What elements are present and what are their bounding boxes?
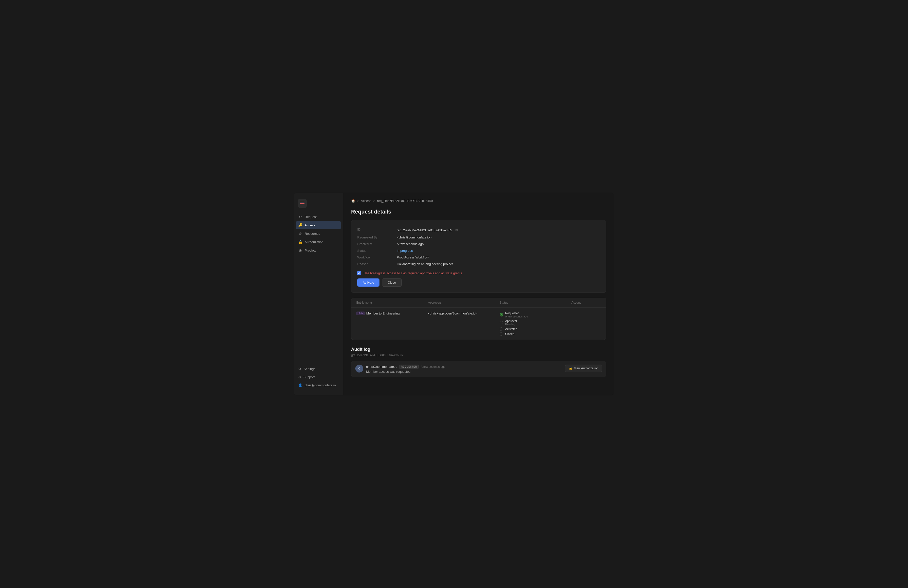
status-label-closed: Closed [505, 332, 514, 336]
status-step-info-activated: Activated [505, 327, 517, 331]
user-item: 👤 chris@commonfate.io [296, 382, 341, 389]
breakglass-checkbox[interactable] [357, 271, 361, 275]
request-icon: ↩ [298, 215, 302, 219]
status-dot-closed [500, 332, 503, 336]
status-label-activated: Activated [505, 327, 517, 331]
audit-message: Member access was requested [366, 370, 562, 374]
logo-bars [300, 202, 304, 205]
page-title: Request details [351, 209, 606, 215]
sidebar-logo [294, 197, 343, 213]
approvers-cell: <chris+approver@commonfate.io> [428, 311, 500, 315]
activate-button[interactable]: Activate [357, 279, 380, 287]
lock-icon: 🔒 [569, 367, 572, 370]
detail-value-requested-by: <chris@commonfate.io> [397, 235, 431, 239]
audit-entry: C chris@commonfate.io REQUESTER A few se… [351, 361, 606, 377]
detail-row-reason: Reason Collaborating on an engineering p… [357, 261, 600, 267]
okta-badge: okta [356, 311, 365, 315]
status-label-requested: Requested [505, 311, 528, 315]
view-authorization-button[interactable]: 🔒 View Authorization [565, 365, 602, 372]
status-label-approval: Approval [505, 319, 517, 323]
sidebar-item-access[interactable]: 🔑 Access [296, 221, 341, 229]
breadcrumb: 🏠 > Access > req_2ieeNMeZNldCH9dOEzA3lbk… [351, 199, 606, 203]
status-step-info-closed: Closed [505, 332, 514, 336]
status-dot-approval [500, 321, 503, 324]
breadcrumb-access-link[interactable]: Access [361, 199, 371, 203]
status-step-requested: ✓ Requested A few seconds ago [500, 311, 528, 318]
sidebar-item-label-authorization: Authorization [305, 240, 324, 244]
sidebar-item-support[interactable]: ⊙ Support [296, 373, 341, 381]
check-icon: ✓ [501, 314, 502, 316]
table-header: Entitlements Approvers Status Actions [351, 298, 606, 308]
detail-row-status: Status In progress [357, 247, 600, 254]
audit-time: A few seconds ago [421, 365, 446, 369]
authorization-icon: 🔒 [298, 240, 302, 244]
status-cell: ✓ Requested A few seconds ago Approval [500, 311, 572, 336]
app-window: ↩ Request 🔑 Access ⊙ Resources 🔒 Authori… [294, 193, 614, 395]
audit-log-title: Audit log [351, 347, 606, 352]
detail-row-created-at: Created at A few seconds ago [357, 241, 600, 247]
sidebar-item-authorization[interactable]: 🔒 Authorization [296, 238, 341, 246]
audit-log-section: Audit log gra_2ieeNNaGxMKlEsBXFKemki0fNN… [351, 347, 606, 377]
breadcrumb-sep-2: > [374, 199, 375, 203]
detail-value-created-at: A few seconds ago [397, 242, 423, 246]
status-dot-requested: ✓ [500, 313, 503, 316]
audit-log-grant-id: gra_2ieeNNaGxMKlEsBXFKemki0fNNY [351, 353, 606, 357]
sidebar-item-label-access: Access [305, 223, 315, 227]
sidebar-item-resources[interactable]: ⊙ Resources [296, 230, 341, 237]
preview-icon: ◉ [298, 248, 302, 252]
sidebar-item-label-resources: Resources [305, 232, 320, 235]
settings-icon: ⚙ [298, 367, 301, 371]
breadcrumb-request-id: req_2ieeNMeZNldCH9dOEzA3lbkc4Rc [377, 199, 433, 203]
col-header-status: Status [500, 301, 572, 304]
close-button[interactable]: Close [382, 279, 401, 287]
detail-label-requested-by: Requested By [357, 235, 397, 239]
logo-bar-1 [300, 202, 304, 202]
detail-row-requested-by: Requested By <chris@commonfate.io> [357, 234, 600, 241]
detail-label-created-at: Created at [357, 242, 397, 246]
audit-avatar: C [355, 365, 363, 372]
col-header-entitlements: Entitlements [356, 301, 428, 304]
status-step-info-approval: Approval Pending [505, 319, 517, 326]
status-step-closed: Closed [500, 332, 528, 336]
detail-label-reason: Reason [357, 262, 397, 266]
view-auth-label: View Authorization [574, 367, 598, 370]
detail-label-workflow: Workflow [357, 256, 397, 259]
sidebar-item-settings[interactable]: ⚙ Settings [296, 365, 341, 373]
resources-icon: ⊙ [298, 232, 302, 235]
sidebar-bottom: ⚙ Settings ⊙ Support 👤 chris@commonfate.… [294, 363, 343, 391]
user-icon: 👤 [298, 383, 302, 387]
sidebar-nav: ↩ Request 🔑 Access ⊙ Resources 🔒 Authori… [294, 213, 343, 363]
status-step-approval: Approval Pending [500, 319, 528, 326]
detail-value-id: req_2ieeNMeZNldCH9dOEzA3lbkc4Rc ⧉ [397, 227, 459, 232]
audit-header: chris@commonfate.io REQUESTER A few seco… [366, 365, 562, 369]
support-icon: ⊙ [298, 375, 301, 379]
status-step-activated: Activated [500, 327, 528, 331]
sidebar-item-label-preview: Preview [305, 248, 316, 252]
col-header-actions: Actions [572, 301, 601, 304]
detail-label-id: ID [357, 227, 397, 231]
sidebar-item-label-request: Request [305, 215, 317, 219]
logo-icon [298, 199, 307, 208]
status-steps: ✓ Requested A few seconds ago Approval [500, 311, 528, 336]
sidebar-item-preview[interactable]: ◉ Preview [296, 246, 341, 254]
status-step-info-requested: Requested A few seconds ago [505, 311, 528, 318]
audit-content: chris@commonfate.io REQUESTER A few seco… [366, 365, 562, 374]
user-email: chris@commonfate.io [305, 383, 336, 387]
request-details-card: ID req_2ieeNMeZNldCH9dOEzA3lbkc4Rc ⧉ Req… [351, 220, 606, 293]
detail-value-reason: Collaborating on an engineering project [397, 262, 453, 266]
status-sublabel-approval: Pending [505, 323, 517, 326]
status-sublabel-requested: A few seconds ago [505, 315, 528, 318]
logo-bar-2 [300, 203, 304, 204]
copy-id-button[interactable]: ⧉ [454, 227, 459, 232]
breadcrumb-sep-1: > [357, 199, 359, 203]
sidebar-item-request[interactable]: ↩ Request [296, 213, 341, 221]
logo-bar-3 [300, 205, 304, 205]
detail-row-workflow: Workflow Prod Access Workflow [357, 254, 600, 261]
breakglass-label: Use breakglass access to skip required a… [364, 271, 462, 275]
breadcrumb-home-icon[interactable]: 🏠 [351, 199, 355, 203]
action-buttons: Activate Close [357, 279, 600, 287]
sidebar-item-label-support: Support [303, 375, 315, 379]
status-dot-activated [500, 327, 503, 331]
detail-value-status: In progress [397, 249, 413, 253]
audit-user: chris@commonfate.io [366, 365, 397, 369]
